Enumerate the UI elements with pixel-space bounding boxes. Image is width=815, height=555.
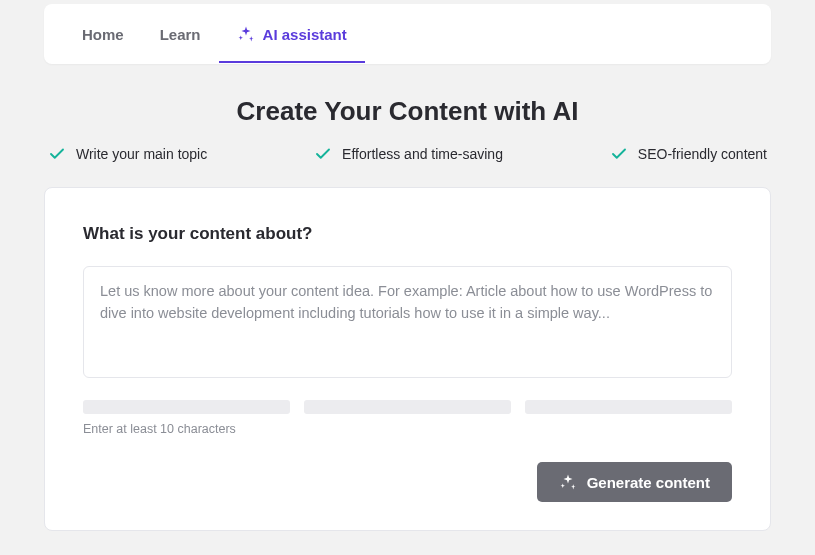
actions-row: Generate content: [83, 462, 732, 502]
benefit-item: Write your main topic: [48, 145, 207, 163]
page-title: Create Your Content with AI: [44, 96, 771, 127]
benefit-text: SEO-friendly content: [638, 146, 767, 162]
nav-tab-ai-assistant[interactable]: AI assistant: [219, 5, 365, 63]
content-idea-textarea[interactable]: [83, 266, 732, 378]
suggestion-skeleton: [83, 400, 290, 414]
suggestion-skeleton: [525, 400, 732, 414]
prompt-label: What is your content about?: [83, 224, 732, 244]
content-form-card: What is your content about? Enter at lea…: [44, 187, 771, 531]
check-icon: [314, 145, 332, 163]
benefit-text: Write your main topic: [76, 146, 207, 162]
sparkle-icon: [237, 25, 255, 43]
suggestion-skeleton: [304, 400, 511, 414]
benefit-item: Effortless and time-saving: [314, 145, 503, 163]
benefits-row: Write your main topic Effortless and tim…: [44, 145, 771, 163]
top-nav: Home Learn AI assistant: [44, 4, 771, 64]
nav-tab-label: AI assistant: [263, 26, 347, 43]
check-icon: [610, 145, 628, 163]
nav-tab-learn[interactable]: Learn: [142, 6, 219, 63]
helper-text: Enter at least 10 characters: [83, 422, 732, 436]
benefit-text: Effortless and time-saving: [342, 146, 503, 162]
generate-button-label: Generate content: [587, 474, 710, 491]
sparkle-icon: [559, 473, 577, 491]
nav-tab-label: Home: [82, 26, 124, 43]
nav-tab-home[interactable]: Home: [74, 6, 142, 63]
check-icon: [48, 145, 66, 163]
nav-tab-label: Learn: [160, 26, 201, 43]
suggestion-skeleton-row: [83, 400, 732, 414]
generate-content-button[interactable]: Generate content: [537, 462, 732, 502]
benefit-item: SEO-friendly content: [610, 145, 767, 163]
